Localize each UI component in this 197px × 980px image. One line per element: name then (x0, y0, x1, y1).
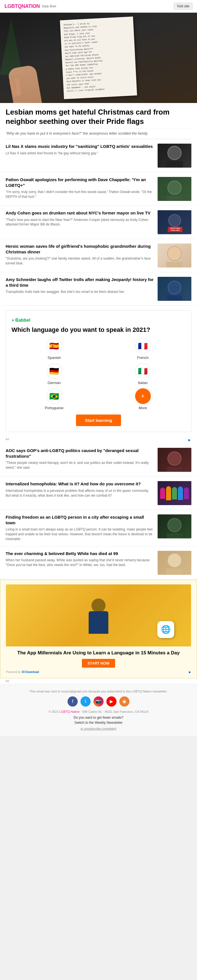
article-card-betty[interactable]: The ever charming & beloved Betty White … (0, 546, 197, 579)
ad2-powered-row: Powered by DI Download ▶ (6, 670, 191, 673)
article-thumb-amy (158, 277, 191, 301)
millennials-ad-headline: The App Millennials Are Using to Learn a… (6, 650, 191, 656)
babbel-headline: Which language do you want to speak in 2… (11, 326, 186, 334)
article-card-andy[interactable]: Andy Cohen goes on drunken rant about NY… (0, 206, 197, 239)
article-excerpt-lil-nas: Lil Nas X said artists feel forced to "b… (6, 151, 154, 156)
lang-portuguese: 🇧🇷 Portuguese (11, 388, 97, 410)
article-excerpt-patton: "I'm sorry, truly sorry, that I didn't c… (6, 189, 154, 199)
lang-italian: 🇮🇹 Italian (100, 363, 186, 385)
header: LGBTQNATION Daily Brief Visit site (0, 0, 197, 13)
article-thumb-homophobia (158, 481, 191, 505)
ad-label-2: Ad (0, 678, 197, 684)
article-thumb-aoc (158, 448, 191, 472)
article-thumb-lil-nas (158, 144, 191, 168)
millennials-ad-container: 🌐 The App Millennials Are Using to Learn… (0, 579, 197, 678)
babbel-logo-text: Babbel (15, 318, 30, 323)
spanish-flag: 🇪🇸 (46, 338, 62, 354)
italian-flag: 🇮🇹 (135, 363, 151, 379)
article-excerpt-amy: Transphobic trolls hate her swagger. But… (6, 290, 154, 294)
lang-spanish: 🇪🇸 Spanish (11, 338, 97, 360)
ad-label-area: Ad ► (0, 436, 197, 443)
powered-by-text: Powered by (6, 670, 21, 673)
header-subtitle: Daily Brief (42, 5, 56, 8)
article-excerpt-heroic: "Grandma, are you choking?!" one family … (6, 256, 154, 266)
article-card-heroic[interactable]: Heroic woman saves life of girlfriend's … (0, 239, 197, 272)
italian-label: Italian (138, 381, 148, 385)
youtube-icon[interactable]: ▶ (106, 697, 117, 706)
babbel-ad: +Babbel Which language do you want to sp… (6, 310, 191, 432)
facebook-icon[interactable]: f (68, 697, 78, 706)
main-content: Shelbow's - I drove by Regularly and nee… (0, 13, 197, 684)
article-text-andy: Andy Cohen goes on drunken rant about NY… (6, 210, 154, 234)
footer-unsub-link[interactable]: or unsubscribe completely (6, 727, 191, 730)
article-excerpt-andy: "That's how you want to start the New Ye… (6, 218, 154, 227)
lang-german: 🇩🇪 German (11, 363, 97, 385)
hero-headline[interactable]: Lesbian moms get hateful Christmas card … (6, 108, 191, 126)
babbel-start-button[interactable]: Start learning (76, 415, 121, 426)
article-card-lil-nas[interactable]: Lil Nas X slams music industry for "sani… (0, 139, 197, 172)
visit-site-button[interactable]: Visit site (174, 3, 192, 10)
article-text-patton: Patton Oswalt apologizes for performing … (6, 177, 154, 201)
footer: This email was sent to xxxxxx@gmail.com … (0, 684, 197, 736)
article-thumb-heroic (158, 243, 191, 267)
hero-subheadline: "Why do you have to put it in everyone's… (6, 128, 191, 135)
babbel-logo: +Babbel (11, 316, 186, 323)
article-card-patton[interactable]: Patton Oswalt apologizes for performing … (0, 172, 197, 206)
lang-more[interactable]: + More (100, 388, 186, 410)
babbel-plus-icon: + (11, 318, 14, 323)
copyright-text: © 2021 (49, 710, 60, 713)
footer-email-note: This email was sent to xxxxxx@gmail.com … (6, 690, 191, 693)
article-headline-betty: The ever charming & beloved Betty White … (6, 551, 154, 557)
article-headline-amy: Amy Schneider laughs off Twitter trolls … (6, 277, 154, 288)
article-text-amy: Amy Schneider laughs off Twitter trolls … (6, 277, 154, 301)
hero-bg: Shelbow's - I drove by Regularly and nee… (0, 13, 197, 103)
millennials-start-button[interactable]: START NOW (82, 659, 115, 668)
article-thumb-betty (158, 551, 191, 575)
article-card-freedom[interactable]: Finding freedom as an LGBTQ person in a … (0, 510, 197, 546)
french-flag: 🇫🇷 (135, 338, 151, 354)
article-headline-aoc: AOC says GOP's anti-LGBTQ politics cause… (6, 448, 154, 459)
article-card-homophobia[interactable]: Internalized homophobia: What is it? And… (0, 477, 197, 510)
article-card-aoc[interactable]: AOC says GOP's anti-LGBTQ politics cause… (0, 443, 197, 477)
header-left: LGBTQNATION Daily Brief (5, 3, 56, 9)
rss-icon[interactable]: ◉ (119, 697, 129, 706)
article-text-homophobia: Internalized homophobia: What is it? And… (6, 481, 154, 505)
article-text-freedom: Finding freedom as an LGBTQ person in a … (6, 514, 154, 541)
article-card-amy[interactable]: Amy Schneider laughs off Twitter trolls … (0, 272, 197, 305)
ad-label-2-text: Ad (6, 679, 9, 682)
article-excerpt-aoc: "These people clearly need therapy, won'… (6, 460, 154, 470)
article-text-heroic: Heroic woman saves life of girlfriend's … (6, 243, 154, 267)
article-excerpt-freedom: Living in a small town isn't always easy… (6, 527, 154, 541)
copyright-address: · 584 Castro St. · #523, San Francisco, … (80, 710, 148, 713)
babbel-languages: 🇪🇸 Spanish 🇫🇷 French 🇩🇪 German 🇮🇹 Italia… (11, 338, 186, 410)
article-headline-lil-nas: Lil Nas X slams music industry for "sani… (6, 144, 154, 149)
german-label: German (47, 381, 61, 385)
lgbtq-nation-link[interactable]: LGBTQ Nation (59, 710, 80, 713)
article-thumb-freedom (158, 514, 191, 538)
twitter-icon[interactable]: t (80, 697, 91, 706)
article-thumb-andy: HAPPY NEW YEAR 2022 (158, 210, 191, 234)
german-flag: 🇩🇪 (46, 363, 62, 379)
ad-close-icon[interactable]: ► (188, 438, 191, 442)
powered-brand: DI Download (22, 670, 39, 673)
social-icons: f t 📷 ▶ ◉ (6, 697, 191, 706)
lang-french: 🇫🇷 French (100, 338, 186, 360)
portuguese-flag: 🇧🇷 (46, 388, 62, 404)
site-logo[interactable]: LGBTQNATION (5, 3, 40, 9)
millennials-ad-text: The App Millennials Are Using to Learn a… (6, 650, 191, 668)
spanish-label: Spanish (47, 356, 61, 360)
more-label: More (139, 406, 147, 410)
logo-nation: NATION (22, 3, 40, 9)
logo-lgbtq: LGBTQ (5, 3, 22, 9)
hero-image: Shelbow's - I drove by Regularly and nee… (0, 13, 197, 103)
portuguese-label: Portuguese (45, 406, 64, 410)
handwritten-letter: Shelbow's - I drove by Regularly and nee… (60, 16, 137, 99)
article-headline-freedom: Finding freedom as an LGBTQ person in a … (6, 514, 154, 525)
article-headline-heroic: Heroic woman saves life of girlfriend's … (6, 243, 154, 255)
more-flag: + (135, 388, 151, 404)
instagram-icon[interactable]: 📷 (93, 697, 104, 706)
article-text-betty: The ever charming & beloved Betty White … (6, 551, 154, 575)
article-headline-patton: Patton Oswalt apologizes for performing … (6, 177, 154, 188)
article-thumb-patton (158, 177, 191, 201)
footer-switch-label[interactable]: Switch to the Weekly Newsletter (6, 721, 191, 725)
